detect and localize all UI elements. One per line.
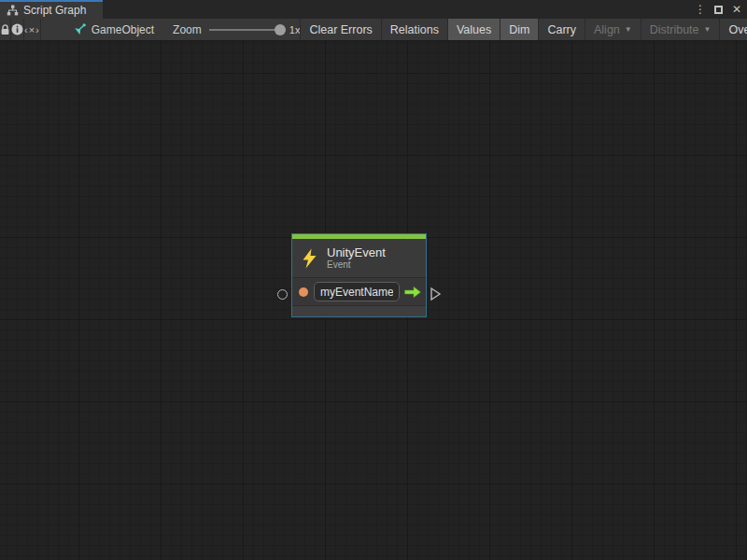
- graph-toolbar: ‹×› GameObject Zoom 1x Clear Errors Rela…: [0, 19, 747, 41]
- node-subtitle: Event: [327, 259, 386, 271]
- inspector-toggle-button[interactable]: [11, 19, 24, 40]
- relations-button[interactable]: Relations: [381, 19, 447, 40]
- zoom-slider-track[interactable]: [209, 29, 284, 31]
- node-footer: [292, 306, 426, 316]
- gameobject-graph-icon: [73, 23, 86, 35]
- event-name-input-port[interactable]: [299, 287, 308, 297]
- zoom-label: Zoom: [173, 23, 202, 36]
- distribute-dropdown-button[interactable]: Distribute ▼: [641, 19, 720, 40]
- info-icon: [11, 23, 23, 35]
- chevron-down-icon: ▼: [704, 25, 712, 34]
- trigger-arrow-icon[interactable]: [403, 286, 422, 299]
- graph-target[interactable]: GameObject: [65, 19, 162, 40]
- tab-title: Script Graph: [23, 4, 86, 17]
- zoom-slider-thumb[interactable]: [275, 24, 286, 35]
- window-controls: ⋮ ✕: [694, 0, 743, 19]
- node-port-row: [292, 277, 426, 306]
- toolbar-buttons: Clear Errors Relations Values Dim Carry …: [300, 19, 747, 40]
- values-toggle-button[interactable]: Values: [447, 19, 500, 40]
- dim-toggle-button[interactable]: Dim: [500, 19, 538, 40]
- graph-canvas[interactable]: UnityEvent Event: [0, 41, 747, 560]
- title-bar: Script Graph ⋮ ✕: [0, 0, 747, 19]
- maximize-icon[interactable]: [714, 6, 723, 14]
- carry-button[interactable]: Carry: [538, 19, 585, 40]
- value-input-connector[interactable]: [277, 289, 288, 300]
- chevron-down-icon: ▼: [625, 25, 632, 34]
- graph-hierarchy-icon: [7, 5, 19, 16]
- trigger-output-connector[interactable]: [430, 287, 442, 305]
- align-dropdown-button[interactable]: Align ▼: [585, 19, 641, 40]
- window-menu-icon[interactable]: ⋮: [694, 0, 707, 19]
- node-titles: UnityEvent Event: [327, 245, 386, 271]
- zoom-control: Zoom 1x: [173, 19, 300, 40]
- tab-script-graph[interactable]: Script Graph: [0, 0, 103, 19]
- overview-button[interactable]: Overview: [719, 19, 747, 40]
- node-title: UnityEvent: [327, 245, 386, 259]
- code-preview-toggle-button[interactable]: ‹×›: [24, 19, 41, 40]
- zoom-value: 1x: [289, 24, 301, 35]
- unity-event-node[interactable]: UnityEvent Event: [291, 233, 427, 317]
- lightning-event-icon: [302, 248, 317, 269]
- event-name-field[interactable]: [314, 282, 400, 301]
- clear-errors-button[interactable]: Clear Errors: [300, 19, 380, 40]
- target-label: GameObject: [92, 23, 154, 36]
- lock-icon: [0, 24, 10, 35]
- code-toggle-icon: ‹×›: [24, 24, 40, 35]
- node-header: UnityEvent Event: [292, 239, 426, 277]
- close-icon[interactable]: ✕: [730, 0, 743, 19]
- lock-button[interactable]: [0, 19, 11, 40]
